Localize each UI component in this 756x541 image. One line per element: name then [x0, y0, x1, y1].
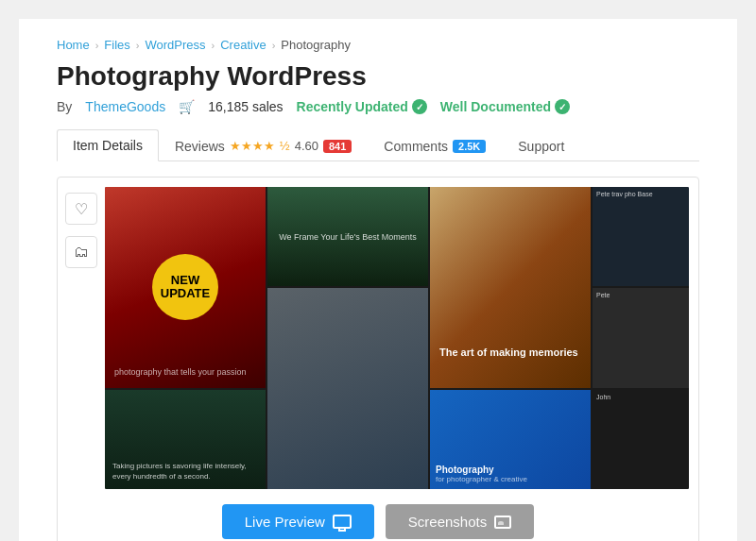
mountain-icon	[498, 521, 504, 525]
preview-cell-1: NEW UPDATE photography that tells your p…	[105, 187, 266, 388]
heart-icon: ♡	[75, 200, 88, 218]
preview-container: NEW UPDATE photography that tells your p…	[105, 178, 698, 489]
preview-cell-8: Pete	[593, 288, 689, 387]
breadcrumb: Home › Files › WordPress › Creative › Ph…	[57, 38, 699, 52]
tagline-text: photography that tells your passion	[114, 366, 256, 379]
col4-row3-text: John	[596, 394, 610, 400]
recently-updated-badge: Recently Updated ✓	[297, 99, 427, 114]
preview-cell-4: photography	[267, 288, 428, 489]
action-buttons: Live Preview Screenshots	[58, 489, 698, 541]
recently-updated-check-icon: ✓	[412, 99, 427, 114]
stars-icon: ★★★★	[230, 139, 275, 153]
well-documented-text: Well Documented	[440, 99, 551, 114]
breadcrumb-sep-4: ›	[272, 40, 276, 51]
preview-cell-2: Taking pictures is savoring life intense…	[105, 390, 266, 489]
image-icon	[494, 516, 511, 529]
folder-icon: 🗂	[74, 244, 89, 261]
well-documented-check-icon: ✓	[555, 99, 570, 114]
art-text: The art of making memories	[439, 346, 581, 359]
comments-label: Comments	[384, 139, 448, 154]
meta-row: By ThemeGoods 🛒 16,185 sales Recently Up…	[57, 99, 699, 114]
half-star-icon: ½	[280, 139, 290, 153]
bottom-text-area: Photography for photographer & creative	[436, 465, 585, 483]
breadcrumb-sep-1: ›	[95, 40, 99, 51]
preview-cell-5: The art of making memories	[430, 187, 591, 388]
tab-reviews-content: Reviews ★★★★½ 4.60 841	[175, 139, 352, 154]
tab-reviews[interactable]: Reviews ★★★★½ 4.60 841	[159, 130, 368, 161]
preview-image: NEW UPDATE photography that tells your p…	[105, 187, 689, 489]
breadcrumb-files[interactable]: Files	[104, 38, 129, 52]
main-card: ♡ 🗂 NEW UPD	[57, 177, 699, 541]
breadcrumb-sep-3: ›	[212, 40, 215, 51]
left-sidebar: ♡ 🗂	[58, 178, 105, 489]
well-documented-badge: Well Documented ✓	[440, 99, 570, 114]
wishlist-button[interactable]: ♡	[65, 193, 97, 225]
tab-comments[interactable]: Comments 2.5K	[368, 130, 502, 161]
tabs-bar: Item Details Reviews ★★★★½ 4.60 841 Comm…	[57, 129, 699, 161]
page-title: Photography WordPress	[57, 61, 699, 92]
preview-cell-6: Photography for photographer & creative	[430, 390, 591, 489]
breadcrumb-sep-2: ›	[136, 40, 140, 51]
recently-updated-text: Recently Updated	[297, 99, 408, 114]
col4-row2-text: Pete	[596, 292, 610, 298]
new-label: NEW	[171, 274, 199, 287]
tab-item-details[interactable]: Item Details	[57, 129, 159, 161]
comments-count-badge: 2.5K	[453, 140, 486, 153]
reviews-count-badge: 841	[323, 140, 352, 153]
live-preview-label: Live Preview	[245, 514, 325, 530]
update-label: UPDATE	[161, 287, 210, 300]
sales-count: 16,185 sales	[208, 99, 283, 114]
breadcrumb-current: Photography	[281, 38, 351, 52]
folder-button[interactable]: 🗂	[65, 236, 97, 268]
card-body: ♡ 🗂 NEW UPD	[58, 178, 698, 489]
taking-pictures-text: Taking pictures is savoring life intense…	[112, 462, 258, 482]
live-preview-button[interactable]: Live Preview	[222, 504, 374, 539]
monitor-icon	[333, 515, 352, 529]
new-update-badge: NEW UPDATE	[152, 254, 218, 320]
author-by-label: By	[57, 99, 72, 114]
author-link[interactable]: ThemeGoods	[85, 99, 165, 114]
preview-cell-7: Pete trav pho Base	[593, 187, 689, 286]
tab-support[interactable]: Support	[502, 130, 580, 161]
screenshots-label: Screenshots	[408, 514, 487, 530]
monitor-stand-icon	[338, 528, 346, 532]
reviews-label: Reviews	[175, 139, 225, 154]
preview-cell-9: John	[593, 390, 689, 489]
photography-sub-text: for photographer & creative	[436, 475, 585, 483]
cart-icon: 🛒	[179, 99, 195, 114]
breadcrumb-creative[interactable]: Creative	[220, 38, 266, 52]
preview-cell-3: We Frame Your Life's Best Moments	[267, 187, 428, 286]
screenshots-button[interactable]: Screenshots	[386, 504, 534, 539]
col4-row1-text: Pete trav pho Base	[596, 191, 685, 197]
breadcrumb-wordpress[interactable]: WordPress	[145, 38, 205, 52]
photography-bottom-text: Photography	[436, 465, 585, 475]
breadcrumb-home[interactable]: Home	[57, 38, 90, 52]
rating-value: 4.60	[295, 139, 318, 153]
frame-text: We Frame Your Life's Best Moments	[279, 232, 417, 242]
